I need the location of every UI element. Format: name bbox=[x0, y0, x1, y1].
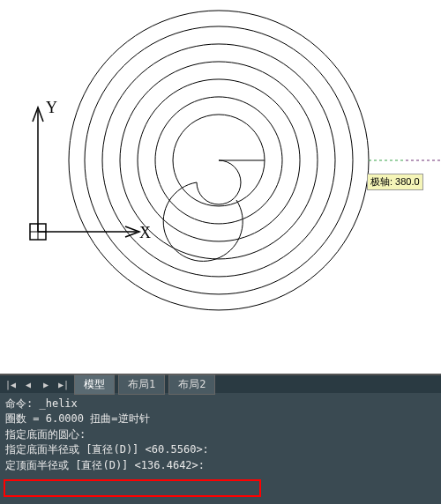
tab-nav-last-icon[interactable]: ▶| bbox=[56, 377, 71, 391]
annotation-highlight bbox=[4, 479, 261, 497]
tab-nav-prev-icon[interactable]: ◀ bbox=[21, 377, 35, 391]
base-radius-value: 60.5560 bbox=[152, 443, 197, 456]
layout-tab-bar: |◀ ◀ ▶ ▶| 模型 布局1 布局2 bbox=[0, 374, 441, 393]
tab-layout1[interactable]: 布局1 bbox=[118, 374, 165, 395]
polar-tracking-tooltip: 极轴: 380.0 bbox=[367, 174, 423, 190]
x-axis-label: X bbox=[139, 224, 151, 241]
command-line: 指定底面半径或 [直径(D)] <60.5560>: bbox=[5, 442, 436, 457]
base-center-prompt: 指定底面的圆心: bbox=[5, 428, 86, 441]
command-history: 命令: _helix 圈数 = 6.0000 扭曲=逆时针 指定底面的圆心: 指… bbox=[0, 393, 441, 473]
turns-label: 圈数 = bbox=[5, 412, 46, 425]
command-prompt-label: 命令: bbox=[5, 397, 39, 410]
base-radius-suffix: >: bbox=[196, 443, 208, 456]
top-radius-value: 136.4642 bbox=[141, 459, 192, 471]
turns-value: 6.0000 bbox=[46, 412, 84, 425]
twist-label: 扭曲= bbox=[84, 412, 117, 425]
tab-model[interactable]: 模型 bbox=[74, 374, 115, 395]
twist-value: 逆时针 bbox=[118, 412, 150, 425]
tab-nav-next-icon[interactable]: ▶ bbox=[39, 377, 53, 391]
command-input-line[interactable]: 定顶面半径或 [直径(D)] <136.4642>: bbox=[5, 458, 436, 473]
command-line: 指定底面的圆心: bbox=[5, 427, 436, 442]
base-radius-prompt: 指定底面半径或 [直径(D)] < bbox=[5, 443, 152, 456]
command-line: 圈数 = 6.0000 扭曲=逆时针 bbox=[5, 411, 436, 426]
top-radius-suffix: >: bbox=[192, 459, 205, 471]
tab-layout2[interactable]: 布局2 bbox=[168, 374, 215, 395]
y-axis-label: Y bbox=[46, 99, 57, 116]
tab-nav-first-icon[interactable]: |◀ bbox=[4, 377, 18, 391]
command-panel: |◀ ◀ ▶ ▶| 模型 布局1 布局2 命令: _helix 圈数 = 6.0… bbox=[0, 374, 441, 504]
command-name: _helix bbox=[39, 397, 77, 410]
top-radius-prompt: 定顶面半径或 [直径(D)] < bbox=[5, 459, 141, 471]
command-line: 命令: _helix bbox=[5, 397, 436, 411]
drawing-viewport[interactable]: Y X 极轴: 380.0 bbox=[0, 0, 441, 374]
